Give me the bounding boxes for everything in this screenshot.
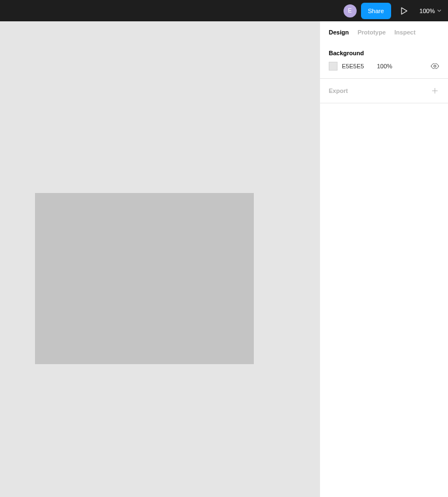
- export-label: Export: [329, 87, 348, 94]
- zoom-dropdown[interactable]: 100%: [417, 8, 444, 14]
- background-section: Background E5E5E5 100%: [320, 43, 448, 79]
- add-export-button[interactable]: [430, 86, 439, 95]
- background-row: E5E5E5 100%: [329, 62, 439, 71]
- canvas[interactable]: [0, 21, 319, 497]
- export-section: Export: [320, 79, 448, 103]
- panel-tabs: Design Prototype Inspect: [320, 21, 448, 43]
- present-button[interactable]: [395, 2, 413, 20]
- avatar-initial: E: [348, 8, 352, 14]
- tab-inspect[interactable]: Inspect: [394, 29, 416, 36]
- tab-design-label: Design: [329, 29, 349, 36]
- svg-point-0: [434, 65, 436, 67]
- rectangle-shape[interactable]: [35, 193, 254, 364]
- background-swatch[interactable]: [329, 62, 338, 71]
- tab-prototype-label: Prototype: [358, 29, 386, 36]
- visibility-toggle[interactable]: [430, 62, 439, 71]
- tab-prototype[interactable]: Prototype: [358, 29, 386, 36]
- background-opacity-input[interactable]: 100%: [377, 63, 399, 69]
- share-button[interactable]: Share: [361, 3, 391, 19]
- topbar: E Share 100%: [0, 0, 448, 21]
- main: Design Prototype Inspect Background E5E5…: [0, 21, 448, 497]
- properties-panel: Design Prototype Inspect Background E5E5…: [319, 21, 448, 497]
- tab-inspect-label: Inspect: [394, 29, 416, 36]
- background-title: Background: [329, 50, 439, 56]
- avatar[interactable]: E: [344, 4, 357, 17]
- chevron-down-icon: [437, 9, 441, 13]
- eye-icon: [430, 63, 439, 69]
- background-hex-input[interactable]: E5E5E5: [342, 63, 373, 69]
- play-icon: [401, 7, 408, 15]
- share-button-label: Share: [368, 8, 384, 14]
- zoom-value: 100%: [420, 8, 435, 14]
- plus-icon: [432, 87, 438, 94]
- tab-design[interactable]: Design: [329, 29, 349, 36]
